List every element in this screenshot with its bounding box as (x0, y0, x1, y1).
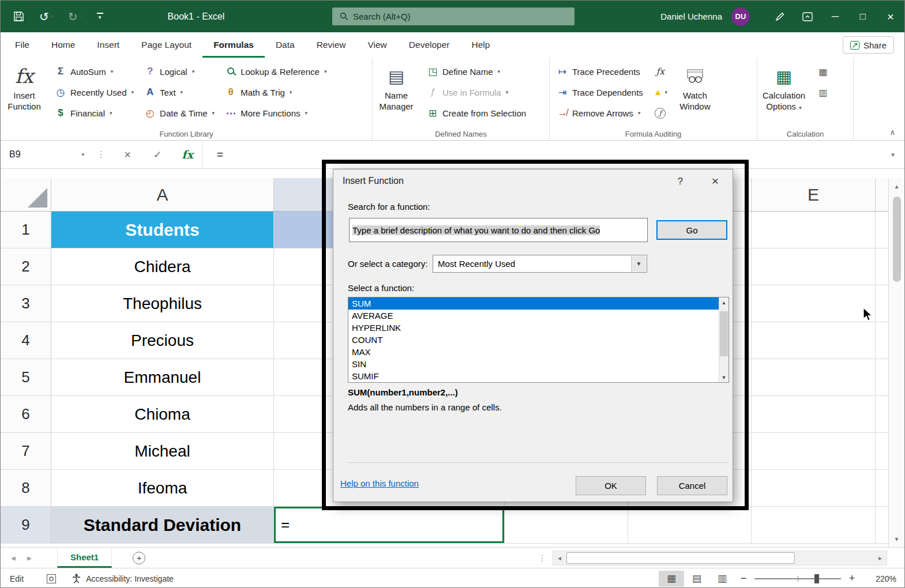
cell-a2[interactable]: Chidera (51, 248, 274, 285)
tab-help[interactable]: Help (460, 32, 501, 58)
tab-home[interactable]: Home (40, 32, 86, 58)
horizontal-scrollbar[interactable]: ◂ ▸ (553, 551, 887, 566)
cell-e8[interactable] (752, 470, 876, 507)
tab-formulas[interactable]: Formulas (202, 32, 265, 58)
avatar[interactable]: DU (731, 7, 750, 26)
lookup-reference-button[interactable]: Lookup & Reference▾ (223, 61, 329, 82)
column-header-e[interactable]: E (752, 178, 876, 212)
more-functions-button[interactable]: ⋯More Functions▾ (223, 103, 329, 123)
go-button[interactable]: Go (656, 220, 727, 240)
cancel-entry-button[interactable]: × (112, 141, 142, 169)
cell-a3[interactable]: Theophilus (51, 285, 274, 322)
confirm-entry-button[interactable]: ✓ (142, 141, 172, 169)
dialog-help-button[interactable]: ? (678, 176, 683, 187)
zoom-slider-thumb[interactable] (814, 574, 819, 583)
row-header-8[interactable]: 8 (1, 470, 51, 507)
date-time-button[interactable]: ◴Date & Time▾ (142, 103, 217, 123)
redo-button[interactable]: ↻▾ (68, 11, 82, 22)
zoom-out-button[interactable]: − (735, 572, 752, 585)
user-name[interactable]: Daniel Uchenna (660, 12, 722, 21)
expand-formula-bar-button[interactable]: ▾ (881, 151, 904, 159)
text-button[interactable]: AText▾ (142, 82, 217, 103)
maximize-button[interactable]: □ (849, 1, 877, 32)
cell-e1[interactable] (752, 212, 876, 248)
tab-file[interactable]: File (4, 32, 40, 58)
logical-button[interactable]: ?Logical▾ (142, 61, 217, 82)
tab-data[interactable]: Data (265, 32, 306, 58)
dropdown-arrow-button[interactable]: ▼ (631, 256, 646, 272)
tab-developer[interactable]: Developer (398, 32, 461, 58)
collapse-ribbon-button[interactable]: ∧ (889, 128, 895, 137)
cell[interactable] (876, 359, 889, 396)
tab-page-layout[interactable]: Page Layout (130, 32, 202, 58)
evaluate-formula-button[interactable]: ƒ (648, 103, 673, 123)
listbox-scrollbar-thumb[interactable] (720, 311, 728, 356)
function-list-item-hyperlink[interactable]: HYPERLINK (348, 322, 728, 334)
cell[interactable] (876, 507, 889, 544)
insert-function-button[interactable]: fx InsertFunction (1, 60, 48, 126)
recently-used-button[interactable]: ◷Recently Used▾ (52, 82, 136, 103)
scroll-up-arrow[interactable]: ▴ (889, 178, 904, 194)
insert-function-fx-button[interactable]: fx (172, 141, 202, 169)
cell-a8[interactable]: Ifeoma (51, 470, 274, 507)
cell-a5[interactable]: Emmanuel (51, 359, 274, 396)
cell-d9[interactable] (628, 507, 752, 544)
show-formulas-button[interactable]: ƒx (648, 61, 673, 82)
function-list-item-max[interactable]: MAX (348, 346, 728, 358)
tab-splitter-handle[interactable]: ⋮ (538, 553, 546, 563)
row-header-9[interactable]: 9 (1, 507, 51, 544)
define-name-button[interactable]: ◳Define Name▾ (425, 61, 528, 82)
undo-button[interactable]: ↺▾ (39, 11, 53, 22)
row-header-7[interactable]: 7 (1, 433, 51, 470)
financial-button[interactable]: $Financial▾ (52, 103, 136, 123)
scroll-down-arrow[interactable]: ▼ (719, 372, 728, 382)
cell[interactable] (876, 396, 889, 433)
cell-a4[interactable]: Precious (51, 322, 274, 359)
horizontal-scrollbar-thumb[interactable] (566, 552, 795, 564)
function-list-item-count[interactable]: COUNT (348, 334, 728, 346)
cell-e9[interactable] (752, 507, 876, 544)
save-button[interactable] (13, 11, 24, 22)
cell[interactable] (876, 212, 889, 248)
select-all-button[interactable] (1, 178, 51, 212)
trace-precedents-button[interactable]: ↦Trace Precedents (554, 61, 645, 82)
vertical-scrollbar[interactable]: ▴ ▾ (888, 178, 904, 547)
error-checking-button[interactable]: ▲▾ (648, 82, 673, 103)
scroll-up-arrow[interactable]: ▲ (719, 297, 728, 307)
new-sheet-button[interactable]: + (133, 552, 145, 564)
row-header-1[interactable]: 1 (1, 212, 51, 248)
trace-dependents-button[interactable]: ⇥Trace Dependents (554, 82, 645, 103)
row-header-3[interactable]: 3 (1, 285, 51, 322)
next-sheet-arrow[interactable]: ▸ (21, 553, 37, 563)
scroll-left-arrow[interactable]: ◂ (553, 551, 566, 565)
cell-e4[interactable] (752, 322, 876, 359)
cell-e6[interactable] (752, 396, 876, 433)
cell-a9[interactable]: Standard Deviation (51, 507, 274, 544)
minimize-button[interactable]: ─ (821, 1, 849, 32)
cancel-button[interactable]: Cancel (657, 476, 727, 495)
previous-sheet-arrow[interactable]: ◂ (5, 553, 21, 563)
function-list-item-sin[interactable]: SIN (348, 358, 728, 370)
watch-window-button[interactable]: WatchWindow (674, 60, 716, 126)
cell-b9-active[interactable]: = (274, 507, 505, 544)
cell-e2[interactable] (752, 248, 876, 285)
cell[interactable] (876, 433, 889, 470)
help-on-function-link[interactable]: Help on this function (340, 478, 419, 488)
cell[interactable] (876, 322, 889, 359)
zoom-slider[interactable] (754, 578, 841, 579)
autosum-button[interactable]: ΣAutoSum▾ (52, 61, 136, 82)
row-header-4[interactable]: 4 (1, 322, 51, 359)
function-list-item-sumif[interactable]: SUMIF (348, 370, 728, 382)
share-button[interactable]: ↗ Share (843, 36, 894, 54)
ribbon-display-options-button[interactable] (794, 1, 821, 32)
cell-a7[interactable]: Micheal (51, 433, 274, 470)
use-in-formula-button[interactable]: ƒUse in Formula▾ (425, 82, 528, 103)
cell-e7[interactable] (752, 433, 876, 470)
customize-quick-access-button[interactable]: ▾ (97, 13, 103, 20)
tab-review[interactable]: Review (306, 32, 357, 58)
row-header-5[interactable]: 5 (1, 359, 51, 396)
scroll-down-arrow[interactable]: ▾ (889, 531, 904, 547)
dialog-titlebar[interactable]: Insert Function (333, 169, 733, 193)
ok-button[interactable]: OK (576, 476, 646, 495)
category-dropdown[interactable]: Most Recently Used ▼ (433, 255, 647, 273)
